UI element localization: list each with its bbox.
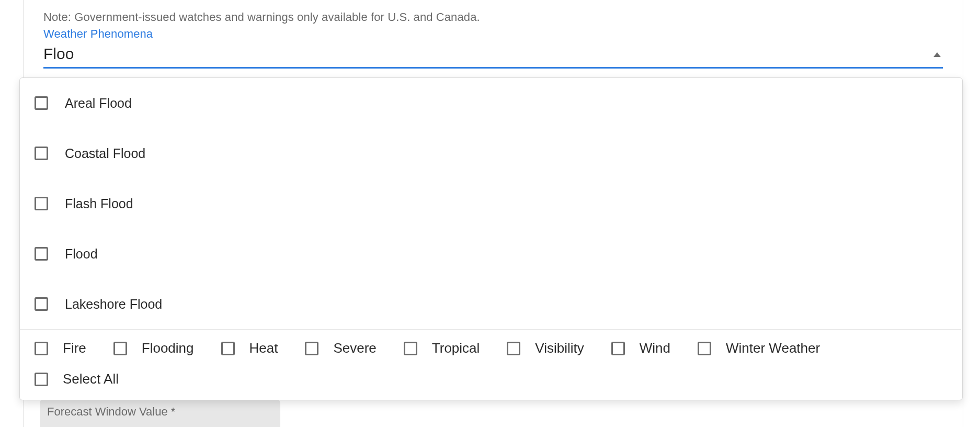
input-underline [43,67,943,69]
select-all[interactable]: Select All [20,356,962,400]
select-all-label: Select All [63,371,119,387]
checkbox-icon[interactable] [35,247,48,261]
checkbox-icon[interactable] [35,373,48,386]
option-label: Flood [65,246,98,262]
category-flooding[interactable]: Flooding [113,340,194,356]
note-text: Note: Government-issued watches and warn… [43,10,943,24]
option-label: Lakeshore Flood [65,297,162,312]
option-flood[interactable]: Flood [20,229,961,279]
category-label: Severe [333,340,376,356]
checkbox-icon[interactable] [35,147,48,160]
category-filter-row: Fire Flooding Heat Severe Tropical Visib… [20,330,962,356]
chevron-up-icon[interactable] [933,52,941,57]
category-wind[interactable]: Wind [611,340,670,356]
category-label: Fire [63,340,86,356]
weather-phenomena-search-input[interactable] [43,43,943,67]
checkbox-icon[interactable] [35,342,48,355]
option-coastal-flood[interactable]: Coastal Flood [20,128,961,178]
category-severe[interactable]: Severe [305,340,376,356]
checkbox-icon[interactable] [113,342,127,355]
field-label-weather-phenomena: Weather Phenomena [43,27,943,41]
checkbox-icon[interactable] [35,197,48,210]
category-label: Heat [249,340,278,356]
category-fire[interactable]: Fire [35,340,86,356]
category-heat[interactable]: Heat [221,340,278,356]
option-flash-flood[interactable]: Flash Flood [20,178,961,229]
option-lakeshore-flood[interactable]: Lakeshore Flood [20,279,961,329]
category-tropical[interactable]: Tropical [404,340,480,356]
checkbox-icon[interactable] [611,342,625,355]
checkbox-icon[interactable] [507,342,520,355]
page-root: Note: Government-issued watches and warn… [0,0,980,427]
checkbox-icon[interactable] [35,297,48,311]
checkbox-icon[interactable] [404,342,417,355]
checkbox-icon[interactable] [305,342,318,355]
category-label: Tropical [432,340,480,356]
option-label: Coastal Flood [65,146,145,161]
category-winter-weather[interactable]: Winter Weather [698,340,820,356]
checkbox-icon[interactable] [698,342,711,355]
autocomplete-dropdown-panel: Areal Flood Coastal Flood Flash Flood Fl… [19,77,963,400]
forecast-window-label: Forecast Window Value * [47,405,175,418]
checkbox-icon[interactable] [221,342,235,355]
category-visibility[interactable]: Visibility [507,340,584,356]
category-label: Flooding [142,340,194,356]
option-label: Areal Flood [65,96,132,111]
category-label: Winter Weather [726,340,820,356]
category-label: Wind [640,340,670,356]
forecast-window-value-field[interactable]: Forecast Window Value * [40,400,280,427]
checkbox-icon[interactable] [35,96,48,110]
option-areal-flood[interactable]: Areal Flood [20,78,961,128]
option-label: Flash Flood [65,196,133,211]
search-input-wrap [43,43,943,69]
category-label: Visibility [535,340,584,356]
dropdown-options-list[interactable]: Areal Flood Coastal Flood Flash Flood Fl… [20,78,961,330]
